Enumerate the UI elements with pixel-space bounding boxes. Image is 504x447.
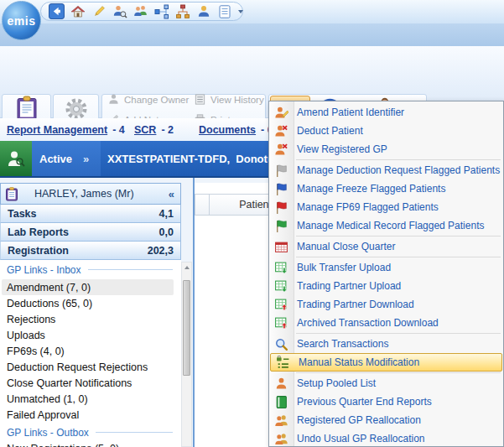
- menu-item-manage-freeze-flagged[interactable]: Manage Freeze Flagged Patients: [269, 179, 503, 198]
- inbox-item-failed-approval[interactable]: Failed Approval: [2, 407, 174, 423]
- documents-link[interactable]: Documents: [199, 124, 256, 136]
- column-header-blank[interactable]: [195, 194, 210, 216]
- back-icon[interactable]: [49, 3, 65, 19]
- inbox-item-amendment[interactable]: Amendment (7, 0): [2, 279, 174, 295]
- person-icon: [107, 93, 120, 106]
- people-pair-icon: [274, 413, 288, 428]
- menu-item-previous-quarter-end-reports[interactable]: Previous Quarter End Reports: [269, 392, 503, 411]
- menu-separator: [296, 333, 501, 334]
- view-history-button[interactable]: View History: [194, 93, 264, 106]
- inbox-item-rejections[interactable]: Rejections: [2, 311, 174, 327]
- change-owner-button[interactable]: Change Owner: [107, 93, 189, 106]
- lab-reports-count: 0,0: [159, 226, 174, 238]
- menu-item-undo-usual-gp-reallocation[interactable]: Undo Usual GP Reallocation: [269, 429, 503, 447]
- sidebar-collapse-icon[interactable]: «: [169, 184, 174, 204]
- patient-search-icon: [6, 148, 26, 169]
- person-edit-icon: [274, 106, 288, 120]
- tab-strip: Workflow Manager: [0, 23, 504, 46]
- menu-item-manage-medical-record-flagged[interactable]: Manage Medical Record Flagged Patients: [269, 216, 503, 235]
- inbox-item-deduction-request-rejections[interactable]: Deduction Request Rejections: [2, 359, 174, 375]
- inbox-item-uploads[interactable]: Uploads: [2, 327, 174, 343]
- sidebar-user-name: HARLEY, James (Mr): [34, 184, 134, 204]
- title-bar: [0, 0, 504, 24]
- view-history-label: View History: [210, 95, 264, 105]
- menu-item-amend-patient-identifier[interactable]: Amend Patient Identifier: [269, 103, 503, 122]
- report-management-link[interactable]: Report Management: [7, 124, 107, 136]
- menu-item-registered-gp-reallocation[interactable]: Registered GP Reallocation: [269, 411, 503, 429]
- registration-count: 202,3: [148, 245, 174, 257]
- menu-item-view-registered-gp[interactable]: View Registered GP: [269, 140, 503, 159]
- person-cross-icon: [274, 143, 288, 157]
- menu-item-trading-partner-download[interactable]: Trading Partner Download: [269, 295, 503, 314]
- find-patient-icon[interactable]: [112, 3, 127, 19]
- flag-red-icon: [274, 200, 288, 215]
- menu-item-deduct-patient[interactable]: Deduct Patient: [269, 122, 503, 140]
- link-scr[interactable]: SCR - 2: [134, 118, 174, 141]
- flag-blue-icon: [274, 182, 288, 196]
- toolbar-overflow-icon[interactable]: [238, 10, 243, 13]
- edit-icon[interactable]: [91, 3, 107, 19]
- flag-green-icon: [274, 219, 288, 233]
- scr-count: - 2: [161, 124, 174, 136]
- scrollbar-thumb[interactable]: [183, 280, 190, 376]
- menu-separator: [296, 372, 501, 373]
- person-icon: [274, 377, 288, 391]
- notes-icon[interactable]: [217, 3, 232, 19]
- sidebar-item-tasks[interactable]: Tasks 4,1: [0, 205, 181, 223]
- inbox-item-close-quarter-notifications[interactable]: Close Quarter Notifications: [2, 375, 174, 391]
- link-documents[interactable]: Documents - 6: [199, 118, 273, 141]
- share-icon[interactable]: [154, 3, 169, 19]
- menu-item-setup-pooled-list[interactable]: Setup Pooled List: [269, 374, 503, 392]
- sidebar-scrollbar[interactable]: [181, 262, 192, 447]
- home-icon[interactable]: [70, 3, 86, 19]
- inbox-item-fp69s[interactable]: FP69s (4, 0): [2, 343, 174, 359]
- scrollbar-up-icon[interactable]: [182, 262, 191, 273]
- banner-chevrons-icon[interactable]: »: [83, 141, 89, 176]
- lab-reports-label: Lab Reports: [8, 226, 69, 238]
- menu-item-archived-transaction-download[interactable]: Archived Transaction Download: [269, 314, 503, 332]
- tasks-label: Tasks: [8, 208, 37, 220]
- table-upload-icon: [274, 279, 288, 294]
- menu-item-manage-deduction-request-flagged[interactable]: Manage Deduction Request Flagged Patient…: [269, 161, 503, 179]
- workflow-view-icon: [14, 96, 39, 121]
- flag-gray-icon: [274, 164, 288, 178]
- user-icon[interactable]: [196, 3, 211, 19]
- table-download-icon: [274, 316, 288, 330]
- scr-link[interactable]: SCR: [134, 124, 156, 136]
- history-list-icon: [194, 93, 206, 106]
- gp-links-inbox-header: GP Links - Inbox: [0, 262, 176, 278]
- organisation-icon[interactable]: [175, 3, 190, 19]
- menu-item-manual-close-quarter[interactable]: Manual Close Quarter: [269, 237, 503, 256]
- table-upload-icon: [274, 261, 288, 275]
- linked-patients-icon[interactable]: [133, 3, 148, 19]
- patient-status-badge[interactable]: Active: [32, 141, 101, 176]
- people-pair-icon: [274, 432, 288, 446]
- tasks-count: 4,1: [159, 208, 174, 220]
- inbox-item-unmatched[interactable]: Unmatched (1, 0): [2, 391, 174, 407]
- patient-name: XXTESTPATIENT-TDFD, Donotu: [107, 141, 274, 176]
- sidebar-item-registration[interactable]: Registration 202,3: [0, 242, 181, 260]
- inbox-item-deductions[interactable]: Deductions (65, 0): [2, 295, 174, 311]
- actions-dropdown-menu: Amend Patient Identifier Deduct Patient …: [268, 101, 504, 447]
- sidebar-item-lab-reports[interactable]: Lab Reports 0,0: [0, 223, 181, 242]
- menu-separator: [296, 257, 501, 257]
- patient-search-box[interactable]: [0, 141, 32, 176]
- report-book-icon: [274, 395, 288, 409]
- report-management-count: - 4: [112, 124, 125, 136]
- menu-item-manual-status-modification[interactable]: Manual Status Modification: [270, 353, 502, 372]
- outbox-item-new-registrations[interactable]: New Registrations (5, 0): [2, 440, 174, 447]
- clipboard-icon: [5, 187, 18, 201]
- menu-item-search-transactions[interactable]: Search Transactions: [269, 335, 503, 353]
- link-report-management[interactable]: Report Management - 4: [7, 118, 125, 141]
- registration-label: Registration: [8, 245, 69, 257]
- menu-item-bulk-transfer-upload[interactable]: Bulk Transfer Upload: [269, 258, 503, 277]
- menu-separator: [296, 236, 501, 236]
- status-modify-icon: [276, 356, 290, 370]
- menu-item-manage-fp69-flagged[interactable]: Manage FP69 Flagged Patients: [269, 198, 503, 216]
- gp-links-panel: GP Links - Inbox Amendment (7, 0) Deduct…: [0, 260, 181, 447]
- menu-separator: [296, 159, 501, 160]
- person-cross-icon: [274, 124, 288, 138]
- emis-logo: emis: [2, 1, 41, 40]
- calendar-red-icon: [274, 240, 288, 254]
- menu-item-trading-partner-upload[interactable]: Trading Partner Upload: [269, 277, 503, 295]
